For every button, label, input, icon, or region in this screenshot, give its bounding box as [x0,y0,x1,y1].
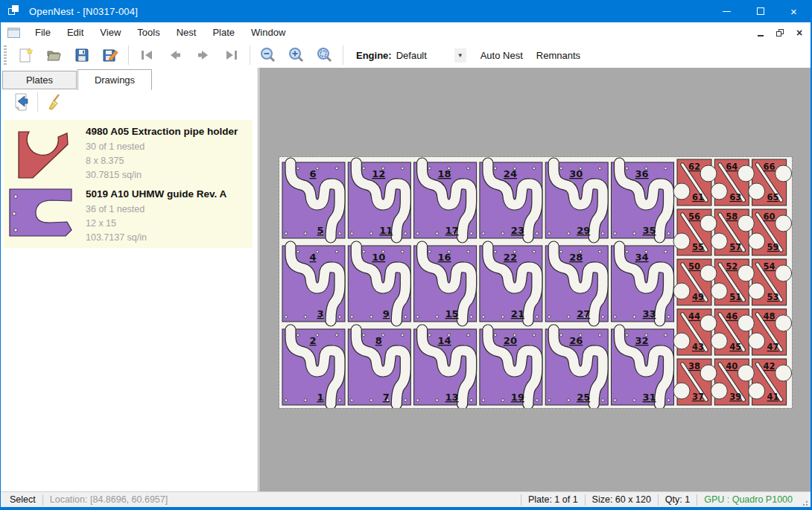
cursor-location: Location: [84.8696, 60.6957] [50,494,168,505]
svg-text:60: 60 [764,211,775,222]
new-file-button[interactable] [11,45,39,66]
main-toolbar: Engine: Default ▼ Auto Nest Remnants [1,42,811,68]
svg-text:19: 19 [511,392,524,403]
maximize-button[interactable] [743,0,777,22]
zoom-in-icon [288,46,305,64]
import-drawing-icon [11,92,31,112]
svg-text:18: 18 [438,168,451,179]
svg-text:36: 36 [635,168,648,179]
save-as-button[interactable] [96,45,124,66]
svg-text:66: 66 [764,162,775,172]
clear-broom-icon [45,92,64,112]
go-previous-icon [166,46,184,64]
remnants-button[interactable]: Remnants [530,46,587,65]
svg-text:54: 54 [764,261,775,272]
menu-view[interactable]: View [92,23,129,42]
side-panel: Plates Drawings [1,68,258,491]
drawing-item-uhmw-guide[interactable]: 5019 A10 UHMW guide Rev. A 36 of 1 neste… [7,187,250,245]
drawing-area: 103.7137 sq/in [86,231,226,245]
menu-nest[interactable]: Nest [168,23,205,42]
close-button[interactable]: × [777,0,811,22]
drawing-title: 4980 A05 Extraction pipe holder [86,126,238,137]
svg-text:25: 25 [577,392,590,403]
menu-plate[interactable]: Plate [204,23,243,42]
mdi-restore-button[interactable] [773,26,787,39]
tab-drawings[interactable]: Drawings [77,69,152,90]
drawings-toolbar [1,90,258,114]
toolbar-grip[interactable] [4,45,7,65]
import-drawing-button[interactable] [8,92,34,112]
open-file-button[interactable] [39,45,68,66]
svg-text:65: 65 [767,192,779,203]
go-previous-button[interactable] [161,45,189,66]
svg-text:30: 30 [569,168,583,179]
svg-text:55: 55 [692,242,704,252]
zoom-out-icon [259,46,277,64]
go-last-icon [223,46,241,64]
save-as-icon [101,46,119,64]
mdi-close-button[interactable]: × [793,26,806,39]
drawing-nested-count: 36 of 1 nested [86,203,226,217]
plate-count: Plate: 1 of 1 [528,494,578,505]
application-window: OpenNest - [N0317-004] × File Edit View … [0,0,812,510]
open-file-icon [45,46,63,64]
svg-text:14: 14 [438,335,451,346]
mdi-minimize-button[interactable] [754,26,767,39]
minimize-button[interactable] [710,0,743,22]
drawing-size: 12 x 15 [86,217,226,231]
gpu-indicator: GPU : Quadro P1000 [704,494,793,505]
svg-text:37: 37 [692,392,704,402]
engine-dropdown-button[interactable]: ▼ [454,48,466,63]
go-next-icon [194,46,212,64]
resize-grip[interactable] [800,498,808,506]
zoom-fit-icon [316,46,334,64]
document-icon[interactable] [7,28,20,38]
auto-nest-button[interactable]: Auto Nest [474,46,530,65]
drawing-item-extraction-pipe-holder[interactable]: 4980 A05 Extraction pipe holder 30 of 1 … [7,124,250,182]
save-icon [73,46,91,64]
go-next-button[interactable] [189,45,218,66]
nest-canvas[interactable]: 6512111817242330293635431091615222128273… [259,68,812,491]
svg-text:27: 27 [577,308,590,319]
go-first-button[interactable] [133,45,161,66]
svg-text:53: 53 [767,292,779,302]
menu-file[interactable]: File [27,23,59,42]
svg-text:2: 2 [309,335,316,346]
svg-text:6: 6 [309,168,316,179]
svg-text:51: 51 [729,292,741,302]
zoom-out-button[interactable] [254,45,282,66]
tab-plates[interactable]: Plates [2,71,77,89]
zoom-in-button[interactable] [282,45,311,66]
save-button[interactable] [68,45,96,66]
menu-window[interactable]: Window [243,23,294,42]
drawing-thumbnail-purple [7,187,75,245]
svg-text:4: 4 [309,252,316,263]
svg-text:34: 34 [635,252,648,263]
svg-text:48: 48 [764,311,775,322]
engine-combobox[interactable]: Default [396,50,454,61]
red-part-shape [9,124,73,182]
drawing-list: 4980 A05 Extraction pipe holder 30 of 1 … [1,114,258,491]
svg-text:64: 64 [726,162,738,172]
svg-text:61: 61 [692,192,704,203]
clear-drawings-button[interactable] [42,92,67,112]
svg-text:33: 33 [642,308,656,319]
menu-edit[interactable]: Edit [59,23,92,42]
go-last-button[interactable] [218,45,246,66]
svg-text:28: 28 [569,252,583,263]
menu-tools[interactable]: Tools [129,23,168,42]
drawing-size: 8 x 8.375 [86,154,238,168]
svg-text:32: 32 [635,335,648,346]
svg-text:16: 16 [438,252,451,263]
zoom-fit-button[interactable] [311,45,339,66]
svg-text:31: 31 [642,392,656,403]
new-file-icon [16,46,34,64]
svg-text:35: 35 [642,225,656,236]
svg-text:9: 9 [383,308,390,319]
plate-sheet[interactable]: 6512111817242330293635431091615222128273… [279,157,792,408]
svg-text:58: 58 [726,211,738,222]
status-bar: Select Location: [84.8696, 60.6957] Plat… [1,491,811,507]
drawing-area: 30.7815 sq/in [86,168,238,182]
svg-text:11: 11 [379,225,393,236]
svg-text:24: 24 [504,168,517,179]
